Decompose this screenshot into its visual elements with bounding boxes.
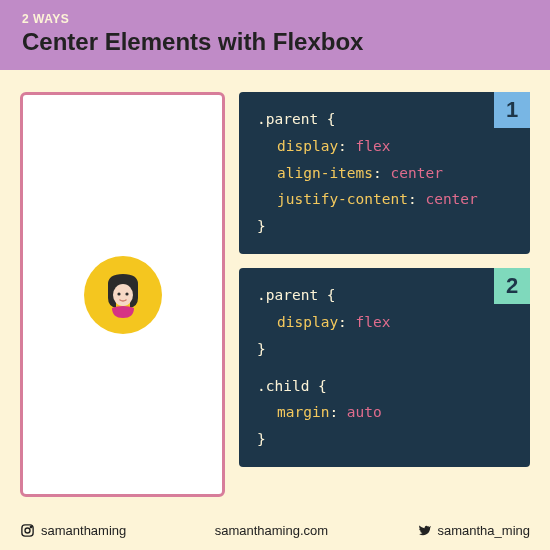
badge-2: 2 xyxy=(494,268,530,304)
code-block-1: 1 .parent { display: flex align-items: c… xyxy=(239,92,530,254)
css-prop: justify-content xyxy=(277,191,408,207)
svg-point-2 xyxy=(125,292,128,295)
selector: .child xyxy=(257,378,309,394)
css-val: center xyxy=(391,165,443,181)
svg-point-0 xyxy=(113,284,133,306)
css-val: flex xyxy=(356,138,391,154)
twitter-icon xyxy=(416,523,431,538)
css-prop: display xyxy=(277,138,338,154)
badge-1: 1 xyxy=(494,92,530,128)
svg-point-5 xyxy=(30,526,31,527)
css-val: auto xyxy=(347,404,382,420)
demo-parent-box xyxy=(20,92,225,497)
avatar xyxy=(84,256,162,334)
svg-point-4 xyxy=(25,528,30,533)
code-column: 1 .parent { display: flex align-items: c… xyxy=(239,92,530,503)
css-prop: display xyxy=(277,314,338,330)
subtitle: 2 WAYS xyxy=(22,12,528,26)
instagram-handle[interactable]: samanthaming xyxy=(20,523,126,538)
css-prop: align-items xyxy=(277,165,373,181)
code-block-2: 2 .parent { display: flex } .child { mar… xyxy=(239,268,530,467)
page-title: Center Elements with Flexbox xyxy=(22,28,528,56)
svg-point-1 xyxy=(117,292,120,295)
person-icon xyxy=(98,270,148,320)
instagram-text: samanthaming xyxy=(41,523,126,538)
website-link[interactable]: samanthaming.com xyxy=(215,523,328,538)
css-val: center xyxy=(425,191,477,207)
header: 2 WAYS Center Elements with Flexbox xyxy=(0,0,550,70)
css-val: flex xyxy=(356,314,391,330)
footer: samanthaming samanthaming.com samantha_m… xyxy=(0,513,550,550)
twitter-handle[interactable]: samantha_ming xyxy=(416,523,530,538)
twitter-text: samantha_ming xyxy=(437,523,530,538)
css-prop: margin xyxy=(277,404,329,420)
selector: .parent xyxy=(257,287,318,303)
main-content: 1 .parent { display: flex align-items: c… xyxy=(0,70,550,513)
instagram-icon xyxy=(20,523,35,538)
selector: .parent xyxy=(257,111,318,127)
